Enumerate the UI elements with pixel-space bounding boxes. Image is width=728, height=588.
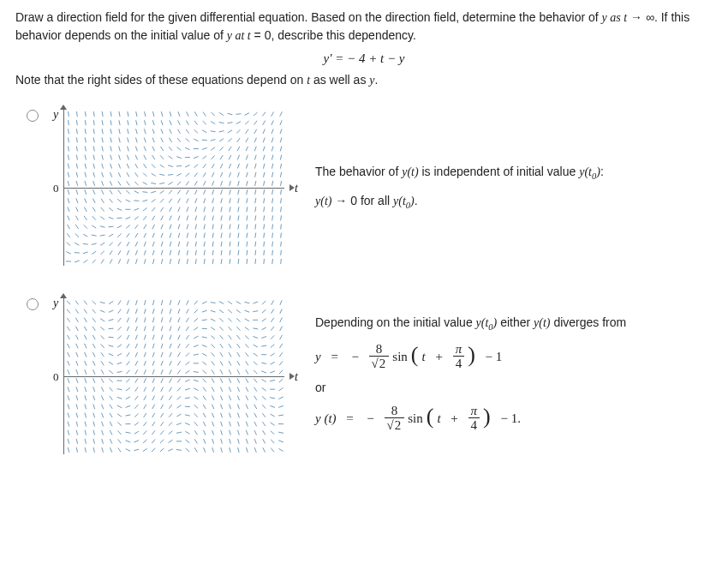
origin-label: 0 [53,182,59,195]
svg-line-514 [85,387,87,392]
svg-line-115 [118,172,121,177]
svg-line-510 [85,352,87,357]
svg-line-929 [278,397,283,399]
svg-line-674 [161,369,163,375]
svg-line-720 [187,300,189,304]
svg-line-142 [127,250,128,255]
svg-line-587 [117,397,122,399]
svg-line-606 [126,405,131,407]
radio-option-2[interactable] [27,298,39,310]
radio-option-1[interactable] [27,110,39,122]
svg-line-837 [237,378,240,382]
svg-line-513 [85,378,87,383]
svg-line-244 [178,199,181,203]
svg-line-172 [142,200,147,201]
svg-line-926 [279,370,283,374]
svg-line-615 [135,327,137,332]
svg-line-892 [262,387,266,391]
svg-line-397 [254,121,257,125]
svg-line-261 [186,189,188,194]
svg-line-354 [230,215,230,220]
svg-line-367 [238,172,240,177]
svg-line-421 [264,172,265,177]
svg-line-519 [85,430,86,435]
svg-line-138 [126,217,130,219]
svg-line-794 [219,318,224,321]
svg-line-153 [134,191,139,194]
svg-line-872 [254,370,257,374]
svg-line-259 [186,173,189,177]
svg-line-44 [85,181,87,186]
svg-line-173 [143,207,147,211]
svg-line-145 [136,120,137,125]
svg-line-18 [76,111,77,117]
svg-line-396 [254,112,258,116]
svg-line-874 [254,387,257,392]
svg-line-412 [255,250,256,255]
svg-line-389 [247,207,248,212]
svg-line-764 [203,370,206,374]
svg-line-683 [160,448,164,452]
svg-line-345 [228,138,231,141]
svg-line-74 [102,129,103,134]
svg-line-500 [76,422,78,427]
svg-line-413 [255,259,256,264]
svg-line-690 [170,352,171,357]
svg-line-869 [254,345,258,347]
svg-line-896 [262,422,265,426]
svg-line-623 [135,396,139,400]
svg-line-402 [254,164,256,169]
svg-line-59 [93,155,94,160]
svg-line-287 [195,259,196,264]
svg-line-46 [85,198,87,203]
direction-field-1: y 0 t [50,106,289,269]
svg-line-914 [271,423,275,425]
svg-line-268 [187,250,188,255]
svg-line-662 [152,422,155,426]
svg-line-498 [76,405,78,410]
svg-line-560 [109,320,114,321]
svg-line-517 [85,413,87,418]
svg-line-650 [152,317,154,322]
svg-line-635 [144,344,146,349]
differential-equation: y′ = − 4 + t − y [15,51,713,66]
svg-line-847 [245,310,250,312]
svg-line-904 [271,335,274,339]
svg-line-84 [100,217,104,219]
svg-line-197 [152,259,154,264]
svg-line-757 [202,310,207,312]
svg-line-220 [169,147,172,151]
svg-line-774 [211,303,216,303]
svg-line-638 [144,369,146,375]
svg-line-127 [128,120,128,125]
svg-line-689 [170,344,171,349]
svg-line-927 [279,379,283,382]
svg-line-365 [237,155,239,160]
svg-line-619 [135,361,138,365]
svg-line-804 [221,405,223,410]
svg-line-574 [110,439,111,443]
svg-line-21 [76,137,77,142]
svg-line-192 [152,216,155,220]
svg-line-22 [76,147,77,152]
svg-line-324 [219,112,224,115]
svg-line-276 [194,165,199,168]
svg-line-167 [144,155,146,159]
svg-line-790 [212,439,214,444]
svg-line-135 [126,190,129,194]
svg-line-553 [102,413,104,418]
svg-line-880 [254,439,256,444]
svg-line-906 [271,353,275,356]
svg-line-600 [127,352,129,357]
svg-line-633 [144,327,146,332]
svg-line-722 [186,318,188,322]
svg-line-786 [212,405,213,409]
svg-line-859 [246,413,248,418]
svg-line-833 [237,344,240,348]
svg-line-108 [119,111,120,117]
svg-line-321 [212,242,213,247]
svg-line-700 [169,440,173,442]
svg-line-148 [135,147,137,152]
svg-line-13 [68,225,70,229]
svg-line-250 [178,250,179,255]
